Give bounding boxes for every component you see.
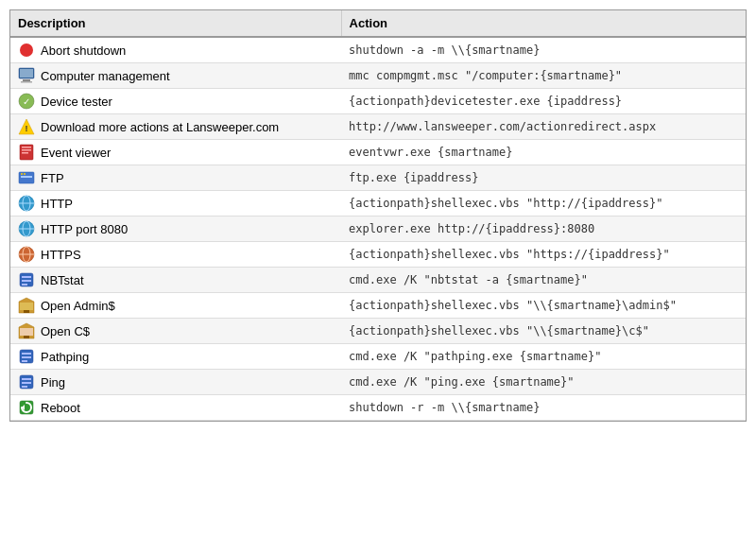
reboot-icon (18, 399, 35, 416)
description-text: Abort shutdown (41, 43, 126, 58)
description-text: NBTstat (41, 273, 84, 287)
table-row[interactable]: Pingcmd.exe /K "ping.exe {smartname}" (10, 370, 746, 395)
http-icon (18, 195, 35, 212)
description-text: Open Admin$ (41, 299, 115, 313)
action-cell: shutdown -a -m \\{smartname} (341, 37, 746, 63)
cshare-icon (18, 322, 35, 339)
action-cell: {actionpath}shellexec.vbs "https://{ipad… (341, 242, 746, 268)
description-text: HTTP port 8080 (41, 222, 128, 236)
svg-rect-38 (22, 360, 27, 362)
abort-icon (18, 42, 35, 59)
action-cell: shutdown -r -m \\{smartname} (341, 395, 746, 421)
pathping-icon (18, 348, 35, 365)
description-cell: !Download more actions at Lansweeper.com (10, 114, 341, 140)
description-cell: HTTP port 8080 (10, 217, 341, 242)
table-row[interactable]: FTPftp.exe {ipaddress} (10, 165, 746, 191)
table-row[interactable]: Computer managementmmc compmgmt.msc "/co… (10, 63, 746, 89)
nbt-icon (18, 271, 35, 288)
ftp-icon (18, 169, 35, 186)
svg-rect-10 (22, 149, 31, 151)
action-cell: cmd.exe /K "ping.exe {smartname}" (341, 370, 746, 395)
table-row[interactable]: NBTstatcmd.exe /K "nbtstat -a {smartname… (10, 268, 746, 293)
description-text: Ping (41, 375, 65, 390)
description-cell: Open Admin$ (10, 293, 341, 319)
action-cell: mmc compmgmt.msc "/computer:{smartname}" (341, 63, 746, 89)
table-row[interactable]: Abort shutdownshutdown -a -m \\{smartnam… (10, 37, 746, 63)
actions-table: Description Action Abort shutdownshutdow… (10, 10, 746, 421)
admin-icon (18, 297, 35, 314)
description-cell: Abort shutdown (10, 37, 341, 63)
description-cell: Pathping (10, 344, 341, 370)
action-cell: http://www.lansweeper.com/actionredirect… (341, 114, 746, 140)
svg-point-14 (21, 173, 23, 175)
download-icon: ! (18, 118, 35, 135)
action-cell: {actionpath}shellexec.vbs "\\{smartname}… (341, 293, 746, 319)
device-icon: ✓ (18, 93, 35, 110)
description-text: HTTPS (41, 248, 81, 262)
svg-rect-2 (21, 81, 32, 83)
action-cell: cmd.exe /K "pathping.exe {smartname}" (341, 344, 746, 370)
description-cell: NBTstat (10, 268, 341, 293)
table-row[interactable]: HTTPS{actionpath}shellexec.vbs "https://… (10, 242, 746, 268)
ping-icon (18, 373, 35, 390)
https-icon (18, 246, 35, 263)
description-text: Reboot (41, 401, 80, 415)
table-row[interactable]: Pathpingcmd.exe /K "pathping.exe {smartn… (10, 344, 746, 370)
col-header-description: Description (10, 10, 341, 37)
svg-rect-3 (20, 69, 33, 78)
table-row[interactable]: HTTP{actionpath}shellexec.vbs "http://{i… (10, 191, 746, 217)
svg-text:!: ! (26, 124, 28, 133)
svg-rect-1 (23, 79, 30, 81)
description-text: Download more actions at Lansweeper.com (41, 120, 279, 134)
action-cell: {actionpath}shellexec.vbs "http://{ipadd… (341, 191, 746, 217)
table-row[interactable]: Open C${actionpath}shellexec.vbs "\\{sma… (10, 319, 746, 344)
description-cell: HTTP (10, 191, 341, 217)
svg-rect-28 (22, 284, 27, 286)
action-cell: eventvwr.exe {smartname} (341, 140, 746, 165)
http8080-icon (18, 220, 35, 237)
description-cell: Open C$ (10, 319, 341, 344)
description-text: HTTP (41, 197, 73, 211)
svg-rect-13 (21, 176, 32, 178)
description-cell: Reboot (10, 395, 341, 421)
svg-rect-41 (22, 382, 31, 384)
description-cell: HTTPS (10, 242, 341, 268)
description-cell: FTP (10, 165, 341, 191)
table-row[interactable]: HTTP port 8080explorer.exe http://{ipadd… (10, 217, 746, 242)
action-cell: cmd.exe /K "nbtstat -a {smartname}" (341, 268, 746, 293)
action-cell: ftp.exe {ipaddress} (341, 165, 746, 191)
description-cell: ✓Device tester (10, 89, 341, 114)
table-row[interactable]: Event viewereventvwr.exe {smartname} (10, 140, 746, 165)
svg-rect-37 (22, 356, 31, 358)
description-text: Open C$ (41, 324, 90, 338)
svg-rect-27 (22, 280, 31, 282)
action-cell: {actionpath}shellexec.vbs "\\{smartname}… (341, 319, 746, 344)
svg-point-15 (24, 173, 26, 175)
description-text: FTP (41, 171, 64, 185)
svg-rect-11 (22, 152, 28, 154)
svg-text:✓: ✓ (23, 96, 30, 107)
description-cell: Computer management (10, 63, 341, 89)
action-cell: explorer.exe http://{ipaddress}:8080 (341, 217, 746, 242)
table-row[interactable]: Open Admin${actionpath}shellexec.vbs "\\… (10, 293, 746, 319)
svg-rect-40 (22, 378, 31, 380)
svg-rect-9 (22, 147, 31, 148)
main-table-container: Description Action Abort shutdownshutdow… (9, 9, 747, 422)
event-icon (18, 144, 35, 161)
table-row[interactable]: !Download more actions at Lansweeper.com… (10, 114, 746, 140)
description-text: Device tester (41, 95, 112, 109)
table-row[interactable]: Rebootshutdown -r -m \\{smartname} (10, 395, 746, 421)
table-header-row: Description Action (10, 10, 746, 37)
description-text: Computer management (41, 69, 170, 83)
svg-rect-26 (22, 276, 31, 278)
col-header-action: Action (341, 10, 746, 37)
description-text: Event viewer (41, 146, 111, 160)
description-cell: Event viewer (10, 140, 341, 165)
description-text: Pathping (41, 350, 89, 364)
action-cell: {actionpath}devicetester.exe {ipaddress} (341, 89, 746, 114)
svg-rect-34 (20, 328, 33, 336)
description-cell: Ping (10, 370, 341, 395)
table-row[interactable]: ✓Device tester{actionpath}devicetester.e… (10, 89, 746, 114)
computer-icon (18, 67, 35, 84)
svg-rect-36 (22, 353, 31, 355)
